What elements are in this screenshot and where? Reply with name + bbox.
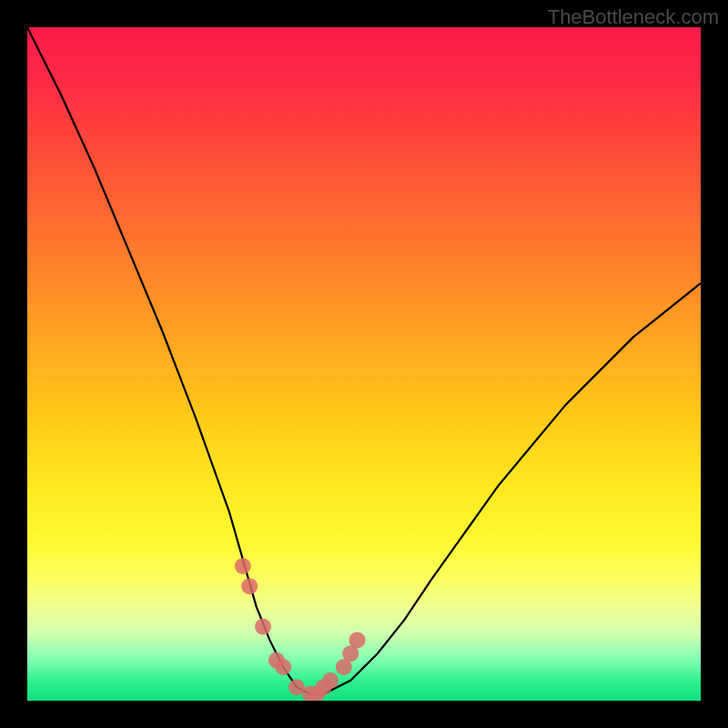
chart-plot-area bbox=[27, 27, 701, 701]
marker-point bbox=[322, 672, 339, 689]
marker-point bbox=[235, 558, 251, 574]
marker-point bbox=[349, 632, 366, 648]
watermark-text: TheBottleneck.com bbox=[548, 5, 719, 29]
marker-point bbox=[241, 578, 258, 594]
marker-point bbox=[275, 659, 291, 675]
marker-point bbox=[255, 619, 271, 635]
highlight-markers bbox=[27, 27, 701, 701]
